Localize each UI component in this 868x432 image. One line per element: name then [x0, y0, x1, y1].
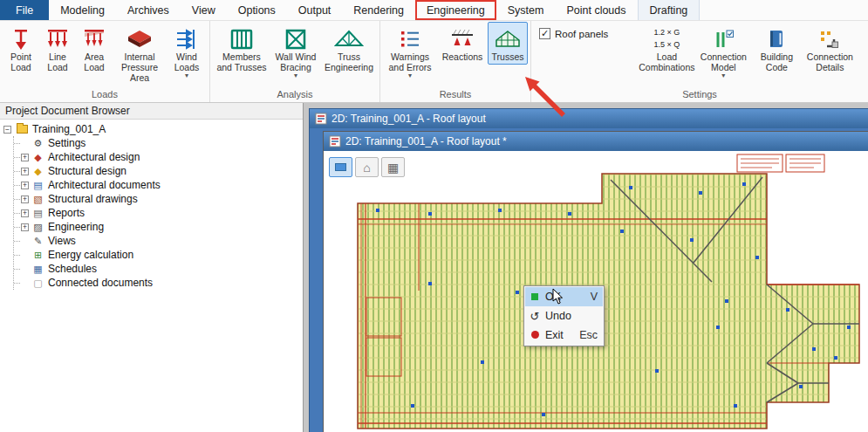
button-label: Area Load	[78, 52, 111, 73]
tree-item-structural-drawings[interactable]: + ▧ Structural drawings	[14, 192, 301, 206]
button-label: Members and Trusses	[215, 52, 269, 73]
roof-layout-window-titlebar[interactable]: 2D: Training_001_A - Roof layout *	[324, 132, 868, 151]
button-label: Point Load	[4, 52, 38, 73]
ribbon: Point Load Line Load Area Load	[0, 21, 868, 103]
design-diamond-icon: ◆	[31, 152, 44, 163]
button-label: Wall Wind Bracing	[272, 52, 319, 73]
schedules-icon: ▦	[31, 264, 44, 275]
roof-panels-label: Roof panels	[555, 29, 608, 39]
tree-item-label: Architectural documents	[48, 179, 161, 191]
annotation-arrow-icon	[520, 73, 576, 124]
tree-item-reports[interactable]: + ▤ Reports	[14, 206, 301, 220]
ribbon-group-label-settings: Settings	[534, 88, 865, 102]
internal-pressure-area-icon	[126, 25, 153, 52]
warnings-and-errors-icon	[399, 25, 421, 52]
area-load-icon	[83, 25, 106, 52]
roof-layout-window[interactable]: 2D: Training_001_A - Roof layout *	[323, 131, 868, 432]
reactions-icon	[450, 25, 475, 52]
tree-item-schedules[interactable]: ▦ Schedules	[14, 262, 301, 276]
ok-icon	[530, 291, 540, 303]
tree-item-views[interactable]: ✎ Views	[14, 234, 301, 248]
menu-drafting[interactable]: Drafting	[638, 0, 701, 20]
tree-item-connected-documents[interactable]: ▢ Connected documents	[14, 276, 301, 290]
gear-icon: ⚙	[31, 138, 44, 149]
expand-icon[interactable]: +	[21, 195, 29, 203]
window-title: 2D: Training_001_A - Roof layout *	[345, 135, 507, 147]
context-item-label: Exit	[545, 329, 574, 341]
expand-icon[interactable]: +	[21, 154, 29, 161]
tree-item-energy-calculation[interactable]: ⊞ Energy calculation	[14, 248, 301, 262]
button-label: Trusses	[492, 52, 524, 63]
menu-output[interactable]: Output	[287, 0, 343, 20]
ribbon-group-label-results: Results	[383, 88, 528, 102]
roof-panels-checkbox[interactable]: ✓ Roof panels	[539, 28, 608, 39]
wall-wind-bracing-icon	[284, 25, 307, 52]
menu-system[interactable]: System	[496, 0, 556, 20]
window-title: 2D: Training_001_A - Roof layout	[331, 113, 486, 125]
ribbon-group-settings: ✓ Roof panels 1.2 × G 1.5 × Q Load Combi…	[531, 21, 868, 102]
point-load-button[interactable]: Point Load	[3, 22, 39, 75]
wind-loads-button[interactable]: Wind Loads ▾	[167, 22, 207, 79]
menu-options[interactable]: Options	[227, 0, 287, 20]
expand-icon[interactable]: +	[21, 168, 29, 175]
drawing-title-block	[737, 154, 824, 172]
button-label: Connection Details	[803, 52, 856, 73]
plan-view-button[interactable]	[329, 157, 352, 177]
model-view-button[interactable]: ⌂	[355, 157, 379, 177]
context-menu-item-exit[interactable]: Exit Esc	[525, 326, 603, 345]
background-window-titlebar[interactable]: 2D: Training_001_A - Roof layout	[310, 109, 868, 128]
menu-file[interactable]: File	[0, 0, 49, 20]
tree-item-label: Structural design	[48, 165, 126, 177]
tree-item-architectural-design[interactable]: + ◆ Architectural design	[14, 150, 301, 164]
load-combinations-icon: 1.2 × G 1.5 × Q	[653, 25, 680, 52]
expand-icon[interactable]: +	[21, 209, 29, 217]
internal-pressure-area-button[interactable]: Internal Pressure Area	[113, 22, 167, 85]
menu-modeling[interactable]: Modeling	[49, 0, 116, 20]
warnings-and-errors-button[interactable]: Warnings and Errors ▾	[383, 22, 437, 79]
wind-loads-icon	[175, 25, 198, 52]
checkbox-check-icon: ✓	[539, 28, 550, 39]
menu-archives[interactable]: Archives	[116, 0, 181, 20]
trusses-button[interactable]: Trusses	[488, 22, 528, 65]
window-icon	[329, 135, 341, 147]
expand-icon[interactable]: +	[21, 182, 29, 189]
tree-item-architectural-documents[interactable]: + ▤ Architectural documents	[14, 178, 301, 192]
members-and-trusses-button[interactable]: Members and Trusses	[213, 22, 270, 75]
tree-root-training-001-a[interactable]: − Training_001_A	[3, 122, 301, 136]
page-icon: ▢	[31, 278, 44, 289]
menu-bar: File Modeling Archives View Options Outp…	[0, 0, 868, 21]
tree-item-label: Schedules	[48, 263, 97, 275]
menu-view[interactable]: View	[181, 0, 227, 20]
ribbon-group-loads: Point Load Line Load Area Load	[0, 21, 210, 102]
tree-item-settings[interactable]: ⚙ Settings	[14, 136, 301, 150]
load-factor-2: 1.5 × Q	[653, 39, 680, 51]
building-code-button[interactable]: Building Code	[751, 22, 802, 75]
menu-point-clouds[interactable]: Point clouds	[555, 0, 637, 20]
ribbon-group-analysis: Members and Trusses Wall Wind Bracing ▾ …	[210, 21, 380, 102]
mdi-workspace: 2D: Training_001_A - Roof layout 2D: Tra…	[304, 103, 868, 432]
reactions-button[interactable]: Reactions	[437, 22, 488, 65]
area-load-button[interactable]: Area Load	[76, 22, 113, 75]
menu-engineering[interactable]: Engineering	[415, 0, 496, 20]
menu-rendering[interactable]: Rendering	[342, 0, 415, 20]
ribbon-group-label-analysis: Analysis	[213, 88, 377, 102]
collapse-icon[interactable]: −	[3, 126, 11, 134]
connection-details-button[interactable]: Connection Details	[802, 22, 858, 75]
connection-model-button[interactable]: Connection Model ▾	[695, 22, 751, 79]
tree-item-engineering[interactable]: + ▨ Engineering	[14, 220, 301, 234]
tree-item-label: Energy calculation	[48, 249, 133, 261]
tree-item-label: Training_001_A	[32, 123, 106, 135]
truss-engineering-button[interactable]: Truss Engineering	[321, 22, 377, 75]
layout-grid-button[interactable]: ▦	[381, 157, 405, 177]
home-icon: ⌂	[363, 161, 370, 175]
line-load-icon	[46, 25, 69, 52]
expand-icon[interactable]: +	[21, 223, 29, 231]
context-menu-item-undo[interactable]: ↺ Undo	[525, 306, 603, 326]
load-combinations-button[interactable]: 1.2 × G 1.5 × Q Load Combinations	[638, 22, 695, 75]
tree-item-structural-design[interactable]: + ◆ Structural design	[14, 164, 301, 178]
tree-item-label: Reports	[48, 207, 85, 219]
tree-item-label: Engineering	[48, 221, 104, 233]
line-load-button[interactable]: Line Load	[39, 22, 76, 75]
wall-wind-bracing-button[interactable]: Wall Wind Bracing ▾	[270, 22, 321, 79]
button-label: Line Load	[41, 52, 74, 73]
